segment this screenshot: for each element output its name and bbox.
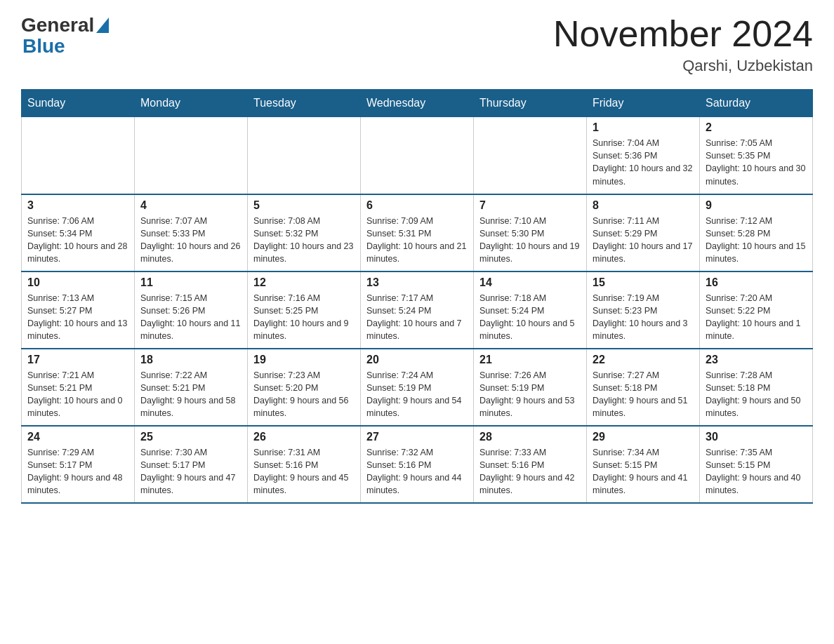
day-info: Sunrise: 7:11 AMSunset: 5:29 PMDaylight:… bbox=[593, 215, 694, 266]
day-number: 19 bbox=[253, 354, 355, 366]
day-number: 23 bbox=[706, 354, 807, 366]
day-number: 24 bbox=[27, 431, 128, 443]
day-info: Sunrise: 7:05 AMSunset: 5:35 PMDaylight:… bbox=[706, 137, 807, 188]
day-info: Sunrise: 7:16 AMSunset: 5:25 PMDaylight:… bbox=[253, 292, 355, 343]
day-info: Sunrise: 7:26 AMSunset: 5:19 PMDaylight:… bbox=[479, 369, 581, 420]
day-info: Sunrise: 7:33 AMSunset: 5:16 PMDaylight:… bbox=[479, 446, 581, 497]
table-row: 25Sunrise: 7:30 AMSunset: 5:17 PMDayligh… bbox=[135, 426, 248, 503]
table-row: 3Sunrise: 7:06 AMSunset: 5:34 PMDaylight… bbox=[22, 194, 135, 271]
day-info: Sunrise: 7:04 AMSunset: 5:36 PMDaylight:… bbox=[593, 137, 694, 188]
col-friday: Friday bbox=[587, 90, 700, 117]
day-number: 28 bbox=[479, 431, 581, 443]
table-row: 6Sunrise: 7:09 AMSunset: 5:31 PMDaylight… bbox=[361, 194, 474, 271]
table-row: 5Sunrise: 7:08 AMSunset: 5:32 PMDaylight… bbox=[248, 194, 361, 271]
calendar-header-row: Sunday Monday Tuesday Wednesday Thursday… bbox=[22, 90, 813, 117]
table-row: 27Sunrise: 7:32 AMSunset: 5:16 PMDayligh… bbox=[361, 426, 474, 503]
day-number: 10 bbox=[27, 276, 128, 289]
day-number: 7 bbox=[479, 199, 581, 212]
table-row: 2Sunrise: 7:05 AMSunset: 5:35 PMDaylight… bbox=[700, 117, 813, 194]
day-info: Sunrise: 7:34 AMSunset: 5:15 PMDaylight:… bbox=[593, 446, 694, 497]
day-info: Sunrise: 7:13 AMSunset: 5:27 PMDaylight:… bbox=[27, 292, 128, 343]
table-row: 10Sunrise: 7:13 AMSunset: 5:27 PMDayligh… bbox=[22, 271, 135, 349]
col-tuesday: Tuesday bbox=[248, 90, 361, 117]
table-row: 9Sunrise: 7:12 AMSunset: 5:28 PMDaylight… bbox=[700, 194, 813, 271]
day-number: 17 bbox=[27, 354, 128, 366]
day-info: Sunrise: 7:10 AMSunset: 5:30 PMDaylight:… bbox=[479, 215, 581, 266]
calendar-table: Sunday Monday Tuesday Wednesday Thursday… bbox=[21, 89, 813, 504]
logo: General Blue bbox=[21, 14, 109, 56]
logo-blue-text: Blue bbox=[22, 36, 65, 56]
svg-marker-0 bbox=[96, 18, 109, 33]
table-row: 12Sunrise: 7:16 AMSunset: 5:25 PMDayligh… bbox=[248, 271, 361, 349]
table-row: 21Sunrise: 7:26 AMSunset: 5:19 PMDayligh… bbox=[474, 349, 587, 426]
logo-triangle-icon bbox=[96, 18, 109, 33]
table-row bbox=[474, 117, 587, 194]
logo-general-text: General bbox=[21, 14, 94, 36]
table-row: 24Sunrise: 7:29 AMSunset: 5:17 PMDayligh… bbox=[22, 426, 135, 503]
day-info: Sunrise: 7:08 AMSunset: 5:32 PMDaylight:… bbox=[253, 215, 355, 266]
table-row: 30Sunrise: 7:35 AMSunset: 5:15 PMDayligh… bbox=[700, 426, 813, 503]
table-row: 11Sunrise: 7:15 AMSunset: 5:26 PMDayligh… bbox=[135, 271, 248, 349]
day-info: Sunrise: 7:24 AMSunset: 5:19 PMDaylight:… bbox=[366, 369, 468, 420]
page-header: General Blue November 2024 Qarshi, Uzbek… bbox=[21, 14, 813, 75]
title-area: November 2024 Qarshi, Uzbekistan bbox=[553, 14, 813, 75]
day-number: 11 bbox=[140, 276, 241, 289]
day-info: Sunrise: 7:21 AMSunset: 5:21 PMDaylight:… bbox=[27, 369, 128, 420]
day-number: 27 bbox=[366, 431, 468, 443]
day-number: 29 bbox=[593, 431, 694, 443]
table-row bbox=[361, 117, 474, 194]
table-row: 15Sunrise: 7:19 AMSunset: 5:23 PMDayligh… bbox=[587, 271, 700, 349]
day-number: 12 bbox=[253, 276, 355, 289]
day-number: 4 bbox=[140, 199, 241, 212]
day-number: 13 bbox=[366, 276, 468, 289]
day-info: Sunrise: 7:20 AMSunset: 5:22 PMDaylight:… bbox=[706, 292, 807, 343]
day-info: Sunrise: 7:29 AMSunset: 5:17 PMDaylight:… bbox=[27, 446, 128, 497]
day-info: Sunrise: 7:19 AMSunset: 5:23 PMDaylight:… bbox=[593, 292, 694, 343]
table-row: 1Sunrise: 7:04 AMSunset: 5:36 PMDaylight… bbox=[587, 117, 700, 194]
table-row bbox=[248, 117, 361, 194]
table-row: 13Sunrise: 7:17 AMSunset: 5:24 PMDayligh… bbox=[361, 271, 474, 349]
day-info: Sunrise: 7:28 AMSunset: 5:18 PMDaylight:… bbox=[706, 369, 807, 420]
day-info: Sunrise: 7:30 AMSunset: 5:17 PMDaylight:… bbox=[140, 446, 241, 497]
table-row: 20Sunrise: 7:24 AMSunset: 5:19 PMDayligh… bbox=[361, 349, 474, 426]
table-row: 8Sunrise: 7:11 AMSunset: 5:29 PMDaylight… bbox=[587, 194, 700, 271]
day-info: Sunrise: 7:12 AMSunset: 5:28 PMDaylight:… bbox=[706, 215, 807, 266]
table-row: 29Sunrise: 7:34 AMSunset: 5:15 PMDayligh… bbox=[587, 426, 700, 503]
day-number: 15 bbox=[593, 276, 694, 289]
table-row: 23Sunrise: 7:28 AMSunset: 5:18 PMDayligh… bbox=[700, 349, 813, 426]
day-info: Sunrise: 7:27 AMSunset: 5:18 PMDaylight:… bbox=[593, 369, 694, 420]
day-number: 8 bbox=[593, 199, 694, 212]
table-row bbox=[135, 117, 248, 194]
day-info: Sunrise: 7:17 AMSunset: 5:24 PMDaylight:… bbox=[366, 292, 468, 343]
col-wednesday: Wednesday bbox=[361, 90, 474, 117]
calendar-week-row: 17Sunrise: 7:21 AMSunset: 5:21 PMDayligh… bbox=[22, 349, 813, 426]
day-number: 25 bbox=[140, 431, 241, 443]
day-number: 1 bbox=[593, 121, 694, 134]
day-number: 16 bbox=[706, 276, 807, 289]
day-info: Sunrise: 7:07 AMSunset: 5:33 PMDaylight:… bbox=[140, 215, 241, 266]
calendar-subtitle: Qarshi, Uzbekistan bbox=[553, 57, 813, 75]
day-info: Sunrise: 7:32 AMSunset: 5:16 PMDaylight:… bbox=[366, 446, 468, 497]
day-number: 30 bbox=[706, 431, 807, 443]
calendar-week-row: 24Sunrise: 7:29 AMSunset: 5:17 PMDayligh… bbox=[22, 426, 813, 503]
col-thursday: Thursday bbox=[474, 90, 587, 117]
calendar-week-row: 3Sunrise: 7:06 AMSunset: 5:34 PMDaylight… bbox=[22, 194, 813, 271]
day-number: 22 bbox=[593, 354, 694, 366]
col-saturday: Saturday bbox=[700, 90, 813, 117]
day-info: Sunrise: 7:18 AMSunset: 5:24 PMDaylight:… bbox=[479, 292, 581, 343]
day-info: Sunrise: 7:15 AMSunset: 5:26 PMDaylight:… bbox=[140, 292, 241, 343]
calendar-week-row: 1Sunrise: 7:04 AMSunset: 5:36 PMDaylight… bbox=[22, 117, 813, 194]
table-row bbox=[22, 117, 135, 194]
day-info: Sunrise: 7:22 AMSunset: 5:21 PMDaylight:… bbox=[140, 369, 241, 420]
day-info: Sunrise: 7:06 AMSunset: 5:34 PMDaylight:… bbox=[27, 215, 128, 266]
col-monday: Monday bbox=[135, 90, 248, 117]
day-number: 6 bbox=[366, 199, 468, 212]
day-number: 18 bbox=[140, 354, 241, 366]
day-info: Sunrise: 7:23 AMSunset: 5:20 PMDaylight:… bbox=[253, 369, 355, 420]
table-row: 26Sunrise: 7:31 AMSunset: 5:16 PMDayligh… bbox=[248, 426, 361, 503]
table-row: 4Sunrise: 7:07 AMSunset: 5:33 PMDaylight… bbox=[135, 194, 248, 271]
day-number: 9 bbox=[706, 199, 807, 212]
table-row: 17Sunrise: 7:21 AMSunset: 5:21 PMDayligh… bbox=[22, 349, 135, 426]
day-number: 21 bbox=[479, 354, 581, 366]
day-info: Sunrise: 7:31 AMSunset: 5:16 PMDaylight:… bbox=[253, 446, 355, 497]
